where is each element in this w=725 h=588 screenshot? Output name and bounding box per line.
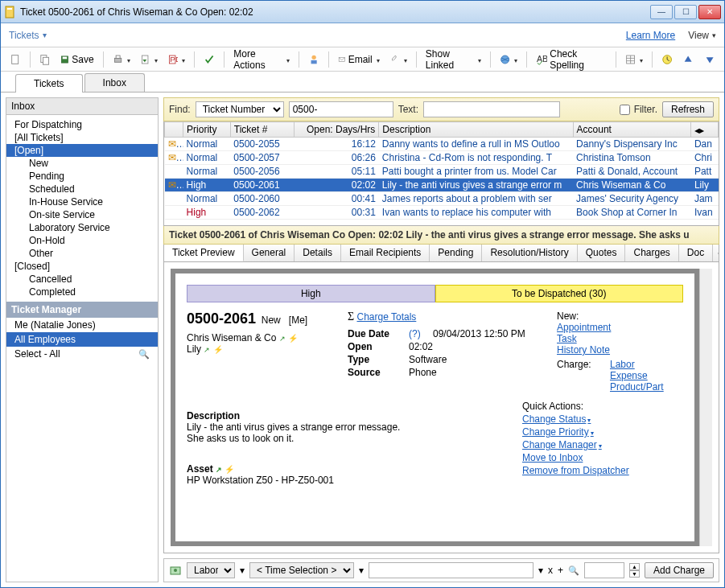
popout-icon[interactable]: ↗ <box>216 466 222 474</box>
filter-checkbox-wrap[interactable]: Filter. <box>616 102 657 117</box>
tab-scroll-button[interactable]: ◀ <box>713 245 719 261</box>
table-row[interactable]: High0500-206200:31Ivan wants to replace … <box>165 206 719 220</box>
search-icon[interactable] <box>138 348 150 360</box>
sidebar-item[interactable]: Pending <box>6 170 158 183</box>
find-field-select[interactable]: Ticket Number <box>196 101 284 117</box>
detail-tab[interactable]: Email Recipients <box>341 245 430 261</box>
detail-tab[interactable]: Pending <box>430 245 482 261</box>
table-row[interactable]: Normal0500-206000:41James reports about … <box>165 192 719 206</box>
charge-desc-input[interactable] <box>369 562 533 578</box>
close-button[interactable]: ✕ <box>698 5 721 19</box>
filter-checkbox[interactable] <box>620 105 630 115</box>
sidebar-inbox-title[interactable]: Inbox <box>6 98 158 115</box>
pdf-button[interactable]: PDF <box>163 51 189 68</box>
sidebar-item[interactable]: Completed <box>6 286 158 298</box>
copy-button[interactable] <box>35 51 55 68</box>
detail-tab[interactable]: Ticket Preview <box>164 245 244 261</box>
sidebar-item[interactable]: In-House Service <box>6 195 158 208</box>
popout-icon[interactable]: ↗ <box>204 346 210 354</box>
quick-action-link[interactable]: Change Status <box>522 413 683 425</box>
export-button[interactable] <box>136 51 162 68</box>
charge-link[interactable]: Labor <box>610 359 635 370</box>
quick-action-link[interactable]: Move to Inbox <box>522 452 683 463</box>
charge-qty-input[interactable] <box>584 562 624 578</box>
up-button[interactable] <box>678 51 698 68</box>
popout-icon[interactable]: ↗ <box>279 335 286 343</box>
qty-up[interactable]: ▲ <box>629 563 640 570</box>
detail-tab[interactable]: General <box>244 245 295 261</box>
table-row[interactable]: ✉⚡Normal0500-205706:26Christina - Cd-Rom… <box>165 151 719 165</box>
check-button[interactable] <box>200 51 219 68</box>
detail-tab[interactable]: Charges <box>625 245 678 261</box>
preview-scrollbar[interactable] <box>699 269 712 546</box>
sidebar-item[interactable]: Other <box>6 247 158 260</box>
maximize-button[interactable]: ☐ <box>674 5 697 19</box>
new-button[interactable] <box>6 51 25 68</box>
sidebar-item[interactable]: On-Hold <box>6 234 158 247</box>
sidebar-item[interactable]: Laboratory Service <box>6 221 158 234</box>
print-button[interactable] <box>109 51 134 68</box>
email-button[interactable]: Email <box>334 51 384 68</box>
attach-button[interactable] <box>385 51 411 68</box>
learn-more-link[interactable]: Learn More <box>626 30 675 41</box>
sidebar-manager-item[interactable]: Me (Natalie Jones) <box>6 318 158 332</box>
due-date-help[interactable]: (?) <box>409 328 421 339</box>
sidebar-item[interactable]: Cancelled <box>6 273 158 286</box>
more-actions-button[interactable]: More Actions <box>229 51 294 68</box>
charge-type-select[interactable]: Labor <box>187 562 235 578</box>
find-value-input[interactable] <box>289 101 393 117</box>
new-link[interactable]: Appointment <box>557 322 611 333</box>
lightning-icon[interactable]: ⚡ <box>225 465 234 474</box>
table-row[interactable]: ✉⚡Normal0500-205516:12Danny wants to def… <box>165 138 719 151</box>
sidebar-item[interactable]: [Open] <box>6 144 158 157</box>
quick-action-link[interactable]: Remove from Dispatcher <box>522 465 683 476</box>
table-row[interactable]: Normal0500-205605:11Patti bought a print… <box>165 165 719 179</box>
minimize-button[interactable]: — <box>650 5 673 19</box>
new-link[interactable]: Task <box>557 333 577 344</box>
find-text-input[interactable] <box>423 101 560 117</box>
quick-action-link[interactable]: Change Manager <box>522 439 683 450</box>
detail-tab[interactable]: Quotes <box>578 245 626 261</box>
charge-link[interactable]: Expense <box>610 370 648 381</box>
globe-button[interactable] <box>496 51 521 68</box>
quick-action-link[interactable]: Change Priority <box>522 426 683 438</box>
tab-inbox[interactable]: Inbox <box>84 73 145 92</box>
new-link[interactable]: History Note <box>557 344 610 356</box>
detail-tab[interactable]: Details <box>295 245 341 261</box>
sidebar-item[interactable]: Scheduled <box>6 183 158 195</box>
grid-column-header[interactable]: Description <box>379 122 573 138</box>
sidebar-item[interactable]: [All Tickets] <box>6 131 158 144</box>
user-button[interactable] <box>304 51 323 68</box>
lightning-icon[interactable]: ⚡ <box>288 334 298 343</box>
sidebar-item[interactable]: New <box>6 157 158 170</box>
check-spelling-button[interactable]: ABCCheck Spelling <box>532 51 611 68</box>
tab-tickets[interactable]: Tickets <box>15 74 83 93</box>
grid-column-header[interactable]: ◀▶ <box>691 122 719 138</box>
add-charge-button[interactable]: Add Charge <box>645 562 714 578</box>
down-button[interactable] <box>700 51 719 68</box>
sidebar-manager-item[interactable]: Select - All <box>6 347 158 361</box>
sidebar-item[interactable]: For Dispatching <box>6 118 158 131</box>
save-button[interactable]: Save <box>56 51 97 68</box>
time-selection-select[interactable]: < Time Selection > <box>249 562 354 578</box>
sidebar-item[interactable]: [Closed] <box>6 260 158 273</box>
grid-column-header[interactable]: Priority <box>183 122 231 138</box>
grid-column-header[interactable]: Open: Days/Hrs <box>295 122 379 138</box>
detail-tab[interactable]: Doc <box>679 245 713 261</box>
qty-down[interactable]: ▼ <box>629 570 640 578</box>
grid-column-header[interactable] <box>165 122 183 138</box>
view-menu[interactable]: View▾ <box>688 30 716 41</box>
ticket-grid[interactable]: PriorityTicket #Open: Days/HrsDescriptio… <box>163 121 719 226</box>
refresh-button[interactable]: Refresh <box>662 101 714 117</box>
sidebar-manager-item[interactable]: All Employees <box>6 332 158 347</box>
table-row[interactable]: ✉⚡High0500-206102:02Lily - the anti viru… <box>165 179 719 192</box>
search-icon[interactable] <box>568 565 579 576</box>
show-linked-button[interactable]: Show Linked <box>422 51 485 68</box>
module-title[interactable]: Tickets ▾ <box>9 30 47 41</box>
detail-tab[interactable]: Resolution/History <box>482 245 577 261</box>
lightning-icon[interactable]: ⚡ <box>213 345 223 354</box>
charge-link[interactable]: Product/Part <box>610 381 664 393</box>
charge-totals-link[interactable]: Charge Totals <box>357 311 417 323</box>
sidebar-item[interactable]: On-site Service <box>6 208 158 221</box>
grid-column-header[interactable]: Account <box>573 122 691 138</box>
